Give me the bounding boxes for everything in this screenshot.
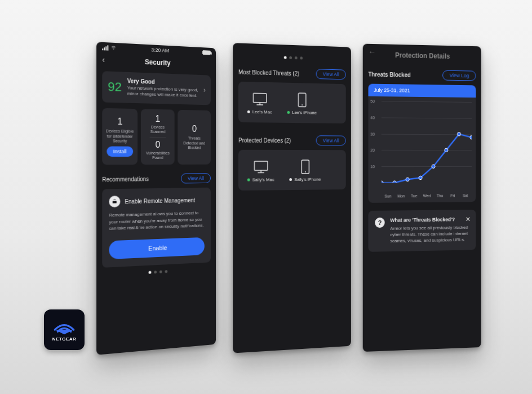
nighthawk-icon [53,318,76,335]
svg-rect-2 [253,94,266,103]
svg-rect-7 [254,161,267,170]
stat-value: 1 [117,117,122,127]
section-label: Threats Blocked [368,71,410,78]
protected-devices-card: Sally's MacSally's iPhone [238,150,346,191]
x-tick-label: Sun [382,194,394,198]
view-log-button[interactable]: View Log [442,70,476,81]
device-label: Lee's iPhone [287,110,317,116]
score-sub: Your network protection is very good, mi… [127,85,198,99]
chart-card: July 25-31, 2021 1020304050 SunMonTueWed… [368,84,476,203]
stat-value: 1 [156,114,161,124]
status-dot [287,111,290,114]
dot [300,56,303,59]
stat-eligible: 1 Devices Eligible for Bitdefender Secur… [102,108,137,165]
x-tick-label: Mon [394,194,407,198]
dot [294,56,297,59]
chart-area: 1020304050 [368,96,476,193]
svg-point-15 [419,176,422,180]
back-button[interactable]: ← [368,47,376,56]
page-title: Security [145,58,171,67]
svg-point-17 [445,148,448,152]
svg-point-19 [470,135,472,139]
phone-icon [294,93,310,107]
y-tick-label: 50 [370,99,375,103]
device-item[interactable]: Lee's iPhone [287,93,317,116]
device-label: Lee's Mac [247,109,272,115]
recommendation-card: Enable Remote Management Remote manageme… [102,188,211,268]
stat-label: Vulnerabilities Found [144,150,171,160]
score-card[interactable]: 92 Very Good Your network protection is … [102,71,211,105]
stat-label: Devices Eligible for Bitdefender Securit… [105,129,134,144]
device-item[interactable]: Lee's Mac [247,92,272,114]
view-all-button[interactable]: View All [181,174,211,184]
view-all-button[interactable]: View All [316,135,345,145]
svg-point-12 [382,181,383,183]
stat-value: 0 [156,140,161,150]
svg-point-13 [393,181,396,183]
stat-scanned-vuln: 1 Devices Scanned 0 Vulnerabilities Foun… [141,109,175,165]
svg-point-0 [113,49,114,50]
page-title: Protection Details [395,51,450,60]
reco-body: Remote management allows you to connect … [109,210,204,232]
navbar: ← Protection Details [363,44,481,68]
y-tick-label: 10 [370,165,375,169]
svg-point-14 [406,178,409,181]
section-label: Most Blocked Threats (2) [238,69,299,77]
svg-point-6 [302,104,303,105]
stat-threats: 0 Threats Detected and Blocked [178,110,211,165]
stat-label: Threats Detected and Blocked [181,136,207,150]
install-button[interactable]: Install [107,146,133,156]
recommendations-header: Recommendations View All [102,174,211,185]
phone-devices: Most Blocked Threats (2) View All Lee's … [233,43,351,353]
back-button[interactable]: ‹ [102,55,105,64]
phone-protection-details: ← Protection Details Threats Blocked Vie… [363,44,481,352]
x-tick-label: Wed [420,194,433,198]
score-value: 92 [108,79,122,95]
x-tick-label: Sat [459,193,472,197]
svg-point-16 [432,165,435,169]
reco-title: Enable Remote Management [125,197,195,205]
device-label: Sally's iPhone [290,177,321,182]
dot [159,271,162,273]
section-label: Protected Devices (2) [238,137,291,144]
question-icon: ? [375,218,384,228]
view-all-button[interactable]: View All [316,69,345,79]
svg-point-18 [457,132,460,136]
tip-card: ? What are 'Threats Blocked'? Armor lets… [368,210,476,251]
signal-icon [102,45,108,50]
desktop-icon [252,160,269,174]
page-dots [102,268,211,276]
wifi-icon [110,45,116,51]
device-item[interactable]: Sally's Mac [247,160,274,183]
dot [154,271,157,273]
close-icon[interactable]: ✕ [466,215,471,223]
divider [149,136,166,137]
x-tick-label: Fri [446,194,459,198]
y-tick-label: 20 [370,148,375,152]
dot [289,56,292,59]
battery-icon [202,50,211,55]
clock: 3:20 AM [151,47,169,54]
date-range: July 25-31, 2021 [368,84,476,98]
x-tick-label: Thu [433,194,446,198]
line-chart [382,101,472,183]
router-icon [109,196,120,208]
phone-security: 3:20 AM ‹ Security 92 Very Good Your net… [96,42,216,355]
section-label: Recommendations [102,176,149,183]
dot [165,270,167,273]
tip-heading: What are 'Threats Blocked'? [390,216,469,223]
dot-active [283,56,286,59]
netgear-app-icon: NETGEAR [44,309,85,350]
stat-value: 0 [192,124,197,134]
threats-blocked-header: Threats Blocked View Log [368,69,476,81]
status-dot [290,178,292,181]
device-item[interactable]: Sally's iPhone [290,160,321,182]
stats-grid: 1 Devices Eligible for Bitdefender Secur… [102,108,211,165]
status-dot [247,179,250,181]
x-tick-label: Tue [407,194,420,198]
svg-rect-1 [113,201,117,203]
blocked-threats-header: Most Blocked Threats (2) View All [238,67,346,79]
protected-devices-header: Protected Devices (2) View All [238,135,346,145]
enable-button[interactable]: Enable [109,237,204,259]
y-tick-label: 40 [370,116,375,119]
